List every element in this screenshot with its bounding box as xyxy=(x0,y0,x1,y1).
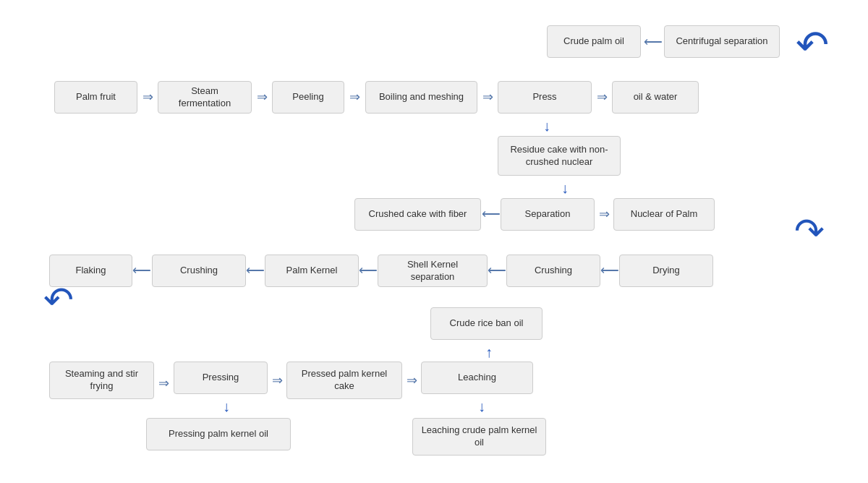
box-pressing-oil: Pressing palm kernel oil xyxy=(146,418,291,450)
arrow-r1-3: ⇒ xyxy=(346,91,363,103)
box-pressing: Pressing xyxy=(174,362,268,394)
box-centrifugal-sep: Centrifugal separation xyxy=(664,25,780,58)
box-crushing2: Crushing xyxy=(506,255,600,287)
box-peeling: Peeling xyxy=(272,81,344,114)
arrow-centrifugal-crude: ⟵ xyxy=(642,35,664,49)
arrow-sep-crushed: ⟵ xyxy=(483,208,499,220)
box-separation: Separation xyxy=(501,198,595,231)
box-drying: Drying xyxy=(619,255,713,287)
box-steam-ferm: Steam fermentation xyxy=(158,81,252,114)
arrow-r1-5: ⇒ xyxy=(593,91,610,103)
box-crushed-cake: Crushed cake with fiber xyxy=(354,198,481,231)
arrow-pressing-down: ↓ xyxy=(218,396,234,417)
arrow-r1-2: ⇒ xyxy=(253,91,271,103)
arrow-r3-4: ⟵ xyxy=(489,265,505,276)
box-palm-fruit: Palm fruit xyxy=(54,81,137,114)
box-oil-water: oil & water xyxy=(612,81,699,114)
box-nuclear-palm: Nuclear of Palm xyxy=(613,198,715,231)
arrow-leaching-down: ↓ xyxy=(474,396,490,417)
arrow-r3-3: ⟵ xyxy=(360,265,376,276)
curved-arrow-top: ↶ xyxy=(796,25,829,65)
box-crude-rice: Crude rice ban oil xyxy=(430,307,542,340)
box-residue-cake: Residue cake with non-crushed nuclear xyxy=(498,136,621,176)
arrow-r3-2: ⟵ xyxy=(247,265,263,276)
box-press: Press xyxy=(498,81,592,114)
box-crude-palm-oil: Crude palm oil xyxy=(547,25,641,58)
arrow-press-down: ↓ xyxy=(539,115,555,137)
arrow-sep-nuclear: ⇒ xyxy=(596,208,612,220)
arrow-r4-2: ⇒ xyxy=(269,375,285,386)
arrow-leaching-up: ↑ xyxy=(481,341,497,363)
box-boiling: Boiling and meshing xyxy=(365,81,477,114)
box-shell-kernel: Shell Kernel separation xyxy=(378,255,488,287)
box-leaching: Leaching xyxy=(421,362,533,394)
arrow-r4-1: ⇒ xyxy=(156,377,171,389)
curved-arrow-right: ↷ xyxy=(794,213,825,249)
curved-arrow-left: ↶ xyxy=(43,282,74,318)
arrow-r4-3: ⇒ xyxy=(404,375,420,386)
box-crushing1: Crushing xyxy=(152,255,246,287)
arrow-residue-down: ↓ xyxy=(557,177,573,199)
box-palm-kernel: Palm Kernel xyxy=(265,255,359,287)
arrow-r1-1: ⇒ xyxy=(139,91,156,103)
box-leaching-crude: Leaching crude palm kernel oil xyxy=(412,418,546,456)
box-steaming: Steaming and stir frying xyxy=(49,362,154,399)
arrow-r1-4: ⇒ xyxy=(479,91,496,103)
box-pressed-cake: Pressed palm kernel cake xyxy=(286,362,402,399)
process-diagram: Crude palm oil Centrifugal separation ⟵ … xyxy=(0,0,868,483)
arrow-r3-5: ⟵ xyxy=(602,265,618,276)
arrow-r3-1: ⟵ xyxy=(134,265,150,276)
